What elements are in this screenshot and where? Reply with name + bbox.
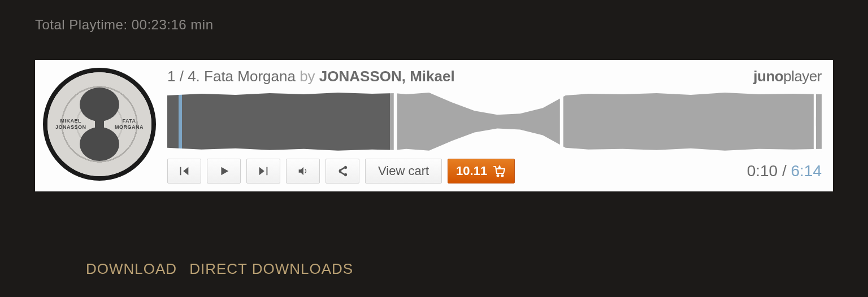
- waveform-played-region: [167, 91, 390, 152]
- player-controls: View cart 10.11 0:10 / 6:14: [167, 159, 822, 184]
- previous-button[interactable]: [167, 159, 201, 184]
- svg-rect-2: [814, 91, 816, 152]
- bottom-links: DOWNLOAD DIRECT DOWNLOADS: [35, 260, 833, 278]
- price-label: 10.11: [456, 164, 487, 178]
- track-index-current: 1: [167, 68, 175, 85]
- direct-downloads-link[interactable]: DIRECT DOWNLOADS: [189, 260, 353, 278]
- track-title: 1 / 4. Fata Morgana by JONASSON, Mikael: [167, 68, 455, 85]
- album-title-text: FATA MORGANA: [115, 118, 144, 130]
- share-button[interactable]: [326, 159, 359, 184]
- play-button[interactable]: [207, 159, 241, 184]
- time-total: 6:14: [791, 162, 822, 180]
- svg-point-5: [502, 175, 504, 177]
- share-icon: [336, 165, 349, 177]
- time-separator: /: [778, 162, 791, 180]
- track-name: 4. Fata Morgana: [188, 68, 296, 85]
- next-button[interactable]: [246, 159, 280, 184]
- waveform-seekbar[interactable]: [167, 91, 822, 152]
- track-by-label: by: [296, 68, 319, 85]
- cart-icon: [493, 165, 506, 177]
- audio-player-card: MIKAEL JONASSON FATA MORGANA 1 / 4. Fata…: [35, 60, 833, 191]
- track-artist: JONASSON, Mikael: [319, 68, 455, 85]
- play-icon: [218, 165, 230, 177]
- junoplayer-brand[interactable]: junoplayer: [753, 68, 822, 85]
- skip-back-icon: [178, 165, 190, 177]
- album-art[interactable]: MIKAEL JONASSON FATA MORGANA: [43, 68, 156, 181]
- skip-forward-icon: [257, 165, 270, 177]
- view-cart-button[interactable]: View cart: [365, 159, 442, 184]
- svg-rect-1: [560, 91, 563, 152]
- total-playtime-label: Total Playtime: 00:23:16 min: [35, 17, 833, 33]
- svg-rect-3: [816, 117, 822, 126]
- download-link[interactable]: DOWNLOAD: [86, 260, 177, 278]
- svg-point-4: [497, 175, 499, 177]
- time-current: 0:10: [747, 162, 778, 180]
- add-to-cart-button[interactable]: 10.11: [448, 159, 515, 184]
- svg-rect-0: [394, 91, 397, 152]
- waveform-start-marker: [179, 91, 182, 152]
- time-display: 0:10 / 6:14: [747, 162, 822, 180]
- volume-button[interactable]: [286, 159, 320, 184]
- volume-icon: [297, 165, 309, 177]
- track-index-separator: /: [175, 68, 188, 85]
